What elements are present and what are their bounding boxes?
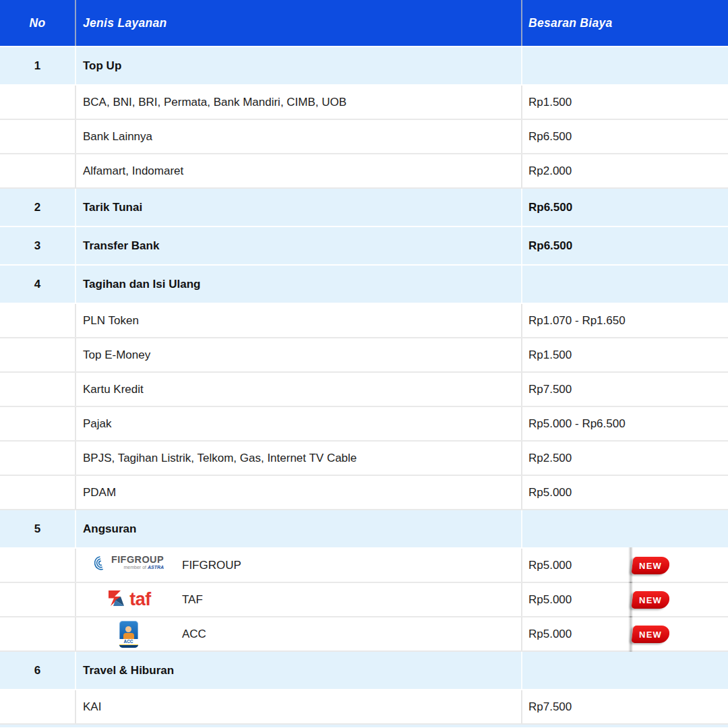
service-label: BPJS, Tagihan Listrik, Telkom, Gas, Inte… xyxy=(83,452,357,465)
fee-cell: Rp2.500 xyxy=(522,442,728,475)
service-label: Kartu Kredit xyxy=(83,383,144,396)
acc-character-icon xyxy=(125,626,131,632)
table-row: 6 xyxy=(0,652,728,690)
service-label: Angsuran xyxy=(83,522,136,536)
table-header-row: No Jenis Layanan Besaran Biaya xyxy=(0,0,728,47)
row-number-cell xyxy=(0,154,76,187)
row-number-cell xyxy=(0,373,76,406)
logo-box: ACC xyxy=(83,621,174,648)
table-row: 3 xyxy=(0,227,728,266)
service-cell: taf TAF xyxy=(76,583,522,616)
table-row: Pajak Rp5.000 - Rp6.500 xyxy=(0,407,728,442)
row-number-cell xyxy=(0,338,76,371)
table-row: Kartu Kredit Rp7.500 xyxy=(0,373,728,407)
fee-cell: Rp2.000 xyxy=(522,154,728,187)
row-number-cell xyxy=(0,86,76,119)
service-cell: PDAM xyxy=(76,476,522,509)
taf-logo: taf xyxy=(106,588,151,611)
row-number-cell xyxy=(0,476,76,509)
service-cell: Top Up xyxy=(76,47,522,84)
service-label: Pajak xyxy=(83,417,112,431)
fee-cell: Rp1.070 - Rp1.650 xyxy=(522,304,728,337)
service-cell: Pajak xyxy=(76,407,522,440)
fee-table: No Jenis Layanan Besaran Biaya 1 xyxy=(0,0,728,727)
row-number-cell xyxy=(0,304,76,337)
table-row: 1 xyxy=(0,47,728,86)
header-no: No xyxy=(0,0,76,46)
row-number-cell xyxy=(0,583,76,616)
service-label: BCA, BNI, BRI, Permata, Bank Mandiri, CI… xyxy=(83,96,346,109)
fee-cell: Rp1.500 xyxy=(522,338,728,371)
service-cell: Bank Lainnya xyxy=(76,120,522,153)
table-row: FIFGROUP member of ASTRA xyxy=(0,549,728,583)
service-cell: BCA, BNI, BRI, Permata, Bank Mandiri, CI… xyxy=(76,86,522,119)
fee-cell: Rp5.000 xyxy=(522,476,728,509)
logo-box: taf xyxy=(83,588,174,611)
service-label: Top E-Money xyxy=(83,348,150,362)
fee-cell: Rp5.000 xyxy=(522,549,728,582)
service-cell: ACC ACC xyxy=(76,617,522,650)
fee-cell xyxy=(522,510,728,547)
fifgroup-logo-text: FIFGROUP xyxy=(111,555,164,565)
service-label: FIFGROUP xyxy=(182,559,241,572)
table-row: 5 xyxy=(0,510,728,549)
acc-logo: ACC xyxy=(119,621,138,648)
service-label: Travel & Hiburan xyxy=(83,664,174,677)
fifgroup-logo-subtext: member of ASTRA xyxy=(124,565,164,570)
fifgroup-swirl-icon xyxy=(93,555,109,576)
service-label: Alfamart, Indomaret xyxy=(83,164,183,178)
service-label: PLN Token xyxy=(83,314,139,328)
service-cell: Travel & Hiburan xyxy=(76,652,522,689)
fee-cell: Rp5.000 xyxy=(522,583,728,616)
service-label: Transfer Bank xyxy=(83,239,159,253)
row-number-cell: 2 xyxy=(0,189,76,226)
service-cell: KAI xyxy=(76,690,522,723)
row-number-cell: 4 xyxy=(0,266,76,303)
fee-cell: Rp6.500 xyxy=(522,189,728,226)
table-row: 4 xyxy=(0,266,728,304)
service-cell: BPJS, Tagihan Listrik, Telkom, Gas, Inte… xyxy=(76,442,522,475)
service-cell: Tarik Tunai xyxy=(76,189,522,226)
fee-cell: Rp6.500 xyxy=(522,120,728,153)
row-number-cell: 3 xyxy=(0,227,76,264)
row-number-cell xyxy=(0,617,76,650)
new-badge-label: NEW xyxy=(639,595,662,605)
new-badge: NEW xyxy=(631,626,670,643)
new-badge: NEW xyxy=(631,591,670,609)
new-badge-label: NEW xyxy=(639,629,662,639)
fifgroup-logo: FIFGROUP member of ASTRA xyxy=(93,555,164,576)
row-number-cell xyxy=(0,690,76,723)
table-row: ACC ACC Rp5.000 NEW xyxy=(0,617,728,652)
service-label: Bank Lainnya xyxy=(83,130,152,144)
fee-cell: Rp5.000 - Rp6.500 xyxy=(522,407,728,440)
service-label: PDAM xyxy=(83,486,116,499)
new-badge-label: NEW xyxy=(639,560,662,570)
fee-cell: Rp1.500 xyxy=(522,86,728,119)
table-row: taf TAF Rp5.000 NEW xyxy=(0,583,728,617)
table-row: BPJS, Tagihan Listrik, Telkom, Gas, Inte… xyxy=(0,442,728,476)
row-number-cell: 6 xyxy=(0,652,76,689)
row-number-cell xyxy=(0,407,76,440)
service-cell: Alfamart, Indomaret xyxy=(76,154,522,187)
service-label: ACC xyxy=(182,628,206,641)
table-row: Top E-Money Rp1.500 xyxy=(0,338,728,373)
row-number-cell: 1 xyxy=(0,47,76,84)
row-number-cell xyxy=(0,549,76,582)
service-label: TAF xyxy=(182,593,203,607)
service-label: Top Up xyxy=(83,59,121,73)
header-service: Jenis Layanan xyxy=(76,0,522,46)
service-cell: Top E-Money xyxy=(76,338,522,371)
table-row: 2 xyxy=(0,189,728,227)
table-row: PLN Token Rp1.070 - Rp1.650 xyxy=(0,304,728,338)
row-number-cell: 5 xyxy=(0,510,76,547)
service-label: Tagihan dan Isi Ulang xyxy=(83,278,200,291)
fee-cell: Rp6.500 xyxy=(522,227,728,264)
fee-cell: Rp7.500 xyxy=(522,373,728,406)
header-fee: Besaran Biaya xyxy=(522,0,728,46)
table-row: Alfamart, Indomaret Rp2.000 xyxy=(0,154,728,189)
table-body: 1 xyxy=(0,47,728,727)
row-number-cell xyxy=(0,442,76,475)
service-cell: Tagihan dan Isi Ulang xyxy=(76,266,522,303)
service-cell: PLN Token xyxy=(76,304,522,337)
table-row: PDAM Rp5.000 xyxy=(0,476,728,510)
